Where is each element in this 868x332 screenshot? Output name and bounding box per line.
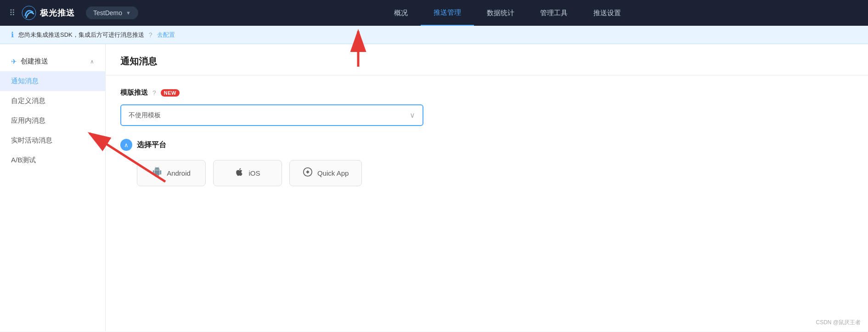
template-push-label: 模版推送 xyxy=(120,88,148,97)
nav-item-data-stats[interactable]: 数据统计 xyxy=(474,0,527,26)
chevron-down-icon: ▼ xyxy=(126,10,131,16)
platform-section: ∧ 选择平台 Android xyxy=(120,139,853,186)
template-select-text: 不使用模板 xyxy=(129,111,161,120)
info-icon: ℹ xyxy=(11,30,14,39)
template-push-label-row: 模版推送 ? NEW xyxy=(120,88,853,97)
platform-header: ∧ 选择平台 xyxy=(120,139,853,151)
template-help-icon[interactable]: ? xyxy=(152,89,156,97)
sidebar-section-header[interactable]: ✈ 创建推送 ∧ xyxy=(0,52,105,71)
platform-btn-ios[interactable]: iOS xyxy=(213,160,282,186)
content-body: 模版推送 ? NEW 不使用模板 ∨ ∧ 选择平台 xyxy=(106,75,868,199)
nav-item-overview[interactable]: 概况 xyxy=(381,0,421,26)
platform-quickapp-label: Quick App xyxy=(317,169,349,177)
new-badge: NEW xyxy=(161,89,180,97)
sdk-banner: ℹ 您尚未集成推送SDK，集成后方可进行消息推送 ? 去配置 xyxy=(0,26,868,44)
sidebar-item-custom[interactable]: 自定义消息 xyxy=(0,91,105,111)
nav-item-push-manage[interactable]: 推送管理 xyxy=(421,0,474,26)
sidebar-item-inapp[interactable]: 应用内消息 xyxy=(0,111,105,131)
page-title: 通知消息 xyxy=(120,55,853,68)
template-select-dropdown[interactable]: 不使用模板 ∨ xyxy=(120,104,423,126)
sidebar: ✈ 创建推送 ∧ 通知消息 自定义消息 应用内消息 实时活动消息 A/B测试 xyxy=(0,44,106,332)
top-navigation: ⠿ 极光推送 TestDemo ▼ 概况 推送管理 数据统计 管理工具 推送设置 xyxy=(0,0,868,26)
nav-logo: 极光推送 xyxy=(22,6,75,20)
banner-text: 您尚未集成推送SDK，集成后方可进行消息推送 xyxy=(18,31,144,39)
platform-title: 选择平台 xyxy=(137,140,166,150)
chevron-up-icon: ∧ xyxy=(90,58,94,65)
main-layout: ✈ 创建推送 ∧ 通知消息 自定义消息 应用内消息 实时活动消息 A/B测试 通… xyxy=(0,44,868,332)
logo-icon xyxy=(22,6,36,20)
nav-menu: 概况 推送管理 数据统计 管理工具 推送设置 xyxy=(157,0,859,26)
watermark: CSDN @鼠厌王者 xyxy=(816,319,861,326)
platform-buttons: Android iOS xyxy=(137,160,853,186)
app-dropdown[interactable]: TestDemo ▼ xyxy=(86,6,138,19)
banner-help-icon[interactable]: ? xyxy=(149,31,152,39)
platform-android-label: Android xyxy=(167,169,191,177)
sidebar-item-notification[interactable]: 通知消息 xyxy=(0,71,105,91)
android-icon xyxy=(152,167,162,179)
platform-ios-label: iOS xyxy=(248,169,260,177)
send-icon: ✈ xyxy=(11,57,17,66)
sidebar-item-realtime[interactable]: 实时活动消息 xyxy=(0,131,105,150)
nav-item-push-settings[interactable]: 推送设置 xyxy=(581,0,634,26)
content-header: 通知消息 xyxy=(106,44,868,75)
collapse-icon: ∧ xyxy=(124,142,129,148)
apple-icon xyxy=(235,167,244,179)
template-chevron-icon: ∨ xyxy=(410,111,415,120)
platform-btn-android[interactable]: Android xyxy=(137,160,206,186)
app-dropdown-label: TestDemo xyxy=(93,9,122,17)
sidebar-item-ab-test[interactable]: A/B测试 xyxy=(0,150,105,170)
nav-item-manage-tools[interactable]: 管理工具 xyxy=(527,0,581,26)
platform-collapse-button[interactable]: ∧ xyxy=(120,139,132,151)
sidebar-section-label: 创建推送 xyxy=(21,57,48,66)
banner-config-link[interactable]: 去配置 xyxy=(157,31,175,39)
platform-btn-quickapp[interactable]: Quick App xyxy=(289,160,362,186)
logo-text: 极光推送 xyxy=(40,7,75,18)
grid-icon[interactable]: ⠿ xyxy=(9,8,15,18)
quickapp-icon xyxy=(303,167,313,179)
sidebar-section-create-push: ✈ 创建推送 ∧ 通知消息 自定义消息 应用内消息 实时活动消息 A/B测试 xyxy=(0,52,105,170)
content-area: 通知消息 模版推送 ? NEW 不使用模板 ∨ ∧ 选择平台 xyxy=(106,44,868,332)
